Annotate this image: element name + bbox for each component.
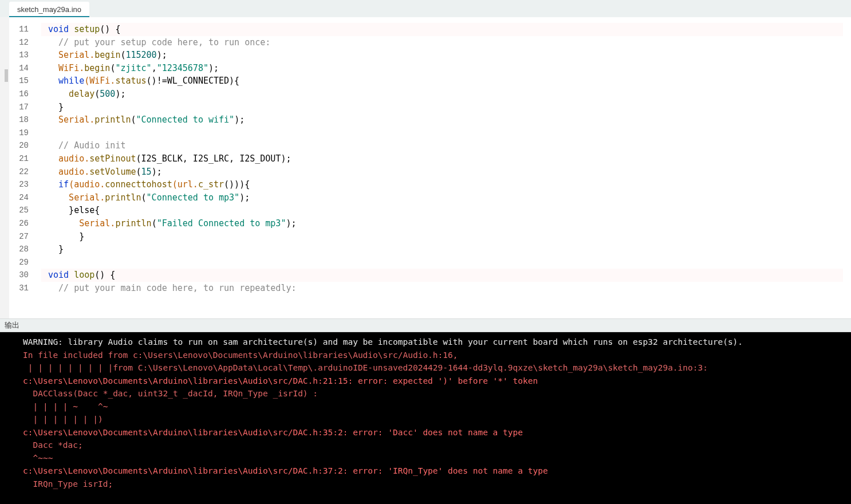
text: ())){ (224, 179, 250, 190)
line-number: 25 (9, 204, 41, 217)
text: ( (131, 115, 136, 125)
code-line[interactable]: }else{ (41, 204, 851, 217)
editor-tab[interactable]: sketch_may29a.ino (9, 2, 89, 17)
line-number: 26 (9, 217, 41, 230)
text: ); (239, 192, 250, 203)
output-line: DACClass(Dacc *_dac, uint32_t _dacId, IR… (23, 387, 844, 400)
call: begin (94, 50, 120, 60)
line-number: 17 (9, 101, 41, 114)
editor-scrollbar[interactable] (843, 17, 851, 318)
output-line: | | | | | | |) (23, 413, 844, 426)
text: } (48, 231, 84, 242)
call: setPinout (89, 153, 136, 164)
ident: Serial. (48, 115, 94, 125)
tab-bar: sketch_may29a.ino (0, 0, 851, 17)
function: setup (69, 24, 100, 34)
line-number: 11 (9, 23, 41, 36)
call: status (115, 76, 146, 86)
gutter-marker (5, 69, 8, 82)
code-line[interactable]: Serial.println("Connected to wifi"); (41, 113, 851, 127)
string: "Failed Connected to mp3" (157, 218, 286, 229)
keyword: void (48, 24, 69, 34)
number: 115200 (125, 50, 156, 60)
line-number: 19 (9, 127, 41, 140)
text: ()!=WL_CONNECTED){ (147, 76, 240, 86)
code-line[interactable]: audio.setPinout(I2S_BCLK, I2S_LRC, I2S_D… (41, 152, 851, 166)
code-line[interactable]: void loop() { (41, 269, 851, 282)
code-line[interactable]: WiFi.begin("zjitc","12345678"); (41, 62, 851, 75)
call: begin (84, 63, 110, 73)
code-line[interactable]: if(audio.connecttohost(url.c_str())){ (41, 178, 851, 191)
line-number: 23 (9, 178, 41, 191)
call: delay (48, 89, 94, 99)
ident: audio. (48, 167, 89, 177)
line-number: 20 (9, 139, 41, 152)
output-panel[interactable]: WARNING: library Audio claims to run on … (0, 332, 851, 504)
text: () { (94, 270, 115, 280)
code-editor[interactable]: 1112131415161718192021222324252627282930… (0, 17, 851, 318)
line-number: 14 (9, 62, 41, 75)
keyword: void (48, 270, 69, 280)
string: "Connected to mp3" (147, 192, 240, 203)
output-line: | | | | | | | | |from C:\Users\Lenovo\Ap… (23, 361, 844, 375)
code-line[interactable]: Serial.begin(115200); (41, 49, 851, 62)
text: ); (115, 89, 125, 99)
line-number: 30 (9, 269, 41, 282)
code-area[interactable]: void setup() { // put your setup code he… (41, 17, 851, 318)
text: ( (152, 218, 157, 229)
code-line[interactable]: audio.setVolume(15); (41, 166, 851, 179)
text: (I2S_BCLK, I2S_LRC, I2S_DOUT); (136, 153, 291, 164)
line-number: 12 (9, 36, 41, 49)
text: } (48, 244, 64, 254)
output-line: WARNING: library Audio claims to run on … (23, 336, 844, 349)
code-line[interactable]: Serial.println("Failed Connected to mp3"… (41, 217, 851, 230)
line-number: 24 (9, 191, 41, 204)
output-line: c:\Users\Lenovo\Documents\Arduino\librar… (23, 375, 844, 388)
keyword: if (48, 179, 69, 190)
code-line[interactable]: delay(500); (41, 88, 851, 101)
code-line[interactable]: } (41, 243, 851, 256)
string: "Connected to wifi" (136, 115, 235, 125)
gutter-strip (0, 17, 9, 318)
ident: WiFi. (48, 63, 84, 73)
code-line[interactable]: // Audio init (41, 139, 851, 152)
text: ( (141, 192, 147, 203)
code-line[interactable] (41, 127, 851, 140)
text: () { (100, 24, 120, 34)
text: ); (152, 167, 162, 177)
text: } (48, 102, 64, 112)
text: }else{ (48, 205, 100, 215)
function: loop (69, 270, 94, 280)
output-line: IRQn_Type isrId; (23, 478, 844, 491)
comment: // put your main code here, to run repea… (48, 283, 296, 293)
keyword: while (48, 76, 84, 86)
ident: Serial. (48, 50, 94, 60)
line-number: 27 (9, 230, 41, 243)
call: println (105, 192, 141, 203)
output-panel-header[interactable]: 输出 (0, 318, 851, 332)
call: setVolume (89, 167, 136, 177)
code-line[interactable]: } (41, 101, 851, 114)
ident: Serial. (48, 192, 105, 203)
code-line[interactable]: // put your main code here, to run repea… (41, 282, 851, 295)
text: ( (94, 89, 100, 99)
line-number: 29 (9, 256, 41, 269)
comment: // put your setup code here, to run once… (48, 37, 270, 48)
text: ); (234, 115, 245, 125)
code-line[interactable]: // put your setup code here, to run once… (41, 36, 851, 49)
call: println (115, 218, 151, 229)
code-line[interactable] (41, 256, 851, 269)
code-line[interactable]: } (41, 230, 851, 243)
number: 15 (141, 167, 152, 177)
code-line[interactable]: Serial.println("Connected to mp3"); (41, 191, 851, 204)
line-number: 28 (9, 243, 41, 256)
text: ); (157, 50, 167, 60)
line-number: 31 (9, 282, 41, 295)
code-line[interactable]: while(WiFi.status()!=WL_CONNECTED){ (41, 74, 851, 88)
code-line[interactable]: void setup() { (41, 23, 851, 36)
text: ); (286, 218, 296, 229)
output-line: Dacc *dac; (23, 439, 844, 452)
line-number: 13 (9, 49, 41, 62)
number: 500 (100, 89, 115, 99)
ident: Serial. (48, 218, 115, 229)
